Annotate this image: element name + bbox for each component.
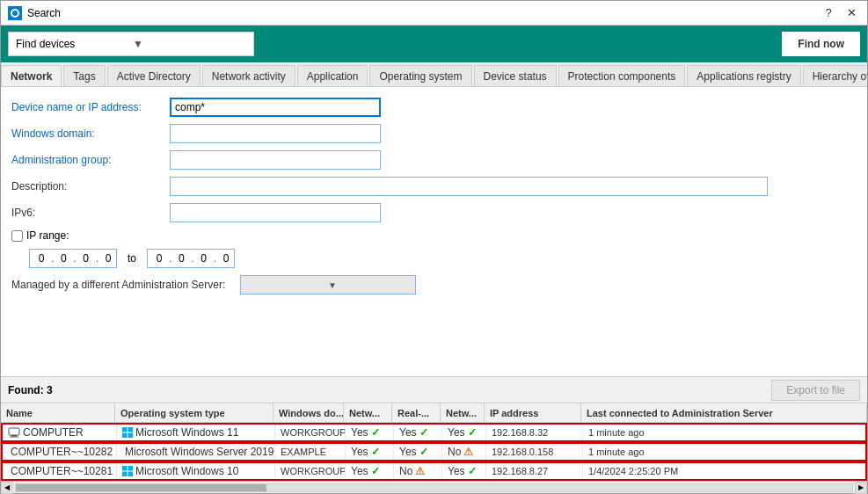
find-type-dropdown[interactable]: Find devices ▼ [8,32,254,56]
check-icon: ✓ [371,426,380,439]
admin-group-label: Administration group: [11,154,170,166]
tab-application[interactable]: Application [297,65,368,86]
title-bar: Search ? ✕ [1,1,867,25]
td-ip-2: 192.168.0.158 [486,445,583,459]
svg-rect-20 [128,466,134,471]
ip-to-separator: to [128,252,136,265]
table-row[interactable]: COMPUTER~~10281 Microsoft Windows 10 WOR… [1,461,867,481]
td-netw-3: Yes ✓ [346,463,394,479]
ipv6-input[interactable] [170,203,381,222]
warning-icon: ⚠ [463,446,473,458]
svg-rect-7 [122,433,128,439]
td-last-1: 1 minute ago [583,425,865,440]
td-domain-2: EXAMPLE [275,445,346,459]
td-last-2: 1 minute ago [583,445,865,459]
computer-icon [8,427,20,438]
tab-applications-registry[interactable]: Applications registry [687,65,800,86]
td-os-1: Microsoft Windows 11 [117,425,275,440]
ip-from-octet3[interactable] [78,252,94,265]
td-name-3: COMPUTER~~10281 [3,463,117,479]
tab-network-activity[interactable]: Network activity [202,65,295,86]
tab-operating-system[interactable]: Operating system [369,65,471,86]
horizontal-scrollbar: ◀ ▶ [1,481,867,493]
windows-domain-row: Windows domain: [11,124,857,143]
ip-to-octet3[interactable] [196,252,212,265]
td-ip-1: 192.168.8.32 [486,425,583,440]
td-netw2-1: Yes ✓ [442,425,486,440]
th-ip: IP address [485,403,581,422]
search-window: Search ? ✕ Find devices ▼ Find now Netwo… [0,0,868,494]
th-real: Real-... [392,403,441,422]
th-os: Operating system type [115,403,274,422]
svg-rect-2 [9,428,19,435]
scroll-thumb [16,484,266,491]
ip-from-octet4[interactable] [100,252,116,265]
td-os-3: Microsoft Windows 10 [117,463,275,479]
windows-icon [122,466,133,476]
ip-range-checkbox[interactable] [11,230,23,242]
scroll-track[interactable] [15,483,853,492]
td-netw-2: Yes ✓ [346,444,394,460]
network-form: Device name or IP address: Windows domai… [11,98,857,366]
ip-to-octet2[interactable] [173,252,189,265]
toolbar: Find devices ▼ Find now [1,25,867,62]
ip-to-octet4[interactable] [218,252,234,265]
check-icon: ✓ [468,465,477,477]
description-row: Description: [11,177,857,196]
tab-network[interactable]: Network [1,65,62,87]
description-input[interactable] [170,177,768,196]
td-real-1: Yes ✓ [394,425,442,440]
table-row[interactable]: COMPUTER Microsoft Windows 11 WORKGROUP … [1,423,867,442]
windows-domain-input[interactable] [170,124,381,143]
row1-name: COMPUTER [23,426,84,439]
tab-hierarchy[interactable]: Hierarchy of Administration Servers [803,65,867,86]
find-type-label: Find devices [16,38,129,50]
managed-select[interactable]: ▼ [240,275,416,294]
ip-from-octet1[interactable] [33,252,49,265]
ip-range-checkbox-row: IP range: [11,229,857,242]
help-button[interactable]: ? [820,5,837,21]
tab-device-status[interactable]: Device status [474,65,557,86]
device-name-label: Device name or IP address: [11,101,170,113]
svg-rect-5 [122,427,128,432]
device-name-input[interactable] [170,98,381,117]
tab-tags[interactable]: Tags [63,65,105,86]
td-real-2: Yes ✓ [394,444,442,460]
check-icon: ✓ [419,446,428,458]
row2-os: Microsoft Windows Server 2019 [125,446,274,458]
window-title: Search [27,7,814,19]
ip-to-box: . . . [147,249,235,268]
tabs-bar: Network Tags Active Directory Network ac… [1,62,867,87]
scroll-right-button[interactable]: ▶ [855,482,867,494]
close-button[interactable]: ✕ [842,5,860,21]
svg-rect-6 [128,427,134,432]
td-os-2: Microsoft Windows Server 2019 [117,444,275,460]
content-area: Device name or IP address: Windows domai… [1,87,867,376]
windows-domain-label: Windows domain: [11,127,170,140]
row3-os: Microsoft Windows 10 [135,465,238,477]
ipv6-row: IPv6: [11,203,857,222]
admin-group-input[interactable] [170,150,381,170]
windows-icon [122,427,133,438]
scroll-left-button[interactable]: ◀ [1,482,13,494]
ip-from-octet2[interactable] [55,252,71,265]
tab-protection-components[interactable]: Protection components [558,65,686,86]
td-domain-3: WORKGROUP [275,464,346,478]
ip-to-octet1[interactable] [151,252,167,265]
svg-rect-4 [10,437,18,438]
device-name-row: Device name or IP address: [11,98,857,117]
row3-name: COMPUTER~~10281 [11,465,113,477]
td-last-3: 1/4/2024 2:25:20 PM [583,464,865,478]
td-name-1: COMPUTER [3,425,117,440]
find-now-button[interactable]: Find now [782,32,860,56]
tab-active-directory[interactable]: Active Directory [107,65,201,86]
admin-group-row: Administration group: [11,150,857,170]
managed-dropdown-arrow-icon: ▼ [328,280,412,290]
row2-name: COMPUTER~~10282 [11,446,113,458]
th-last: Last connected to Administration Server [581,403,867,422]
td-name-2: COMPUTER~~10282 [3,444,117,460]
td-netw-1: Yes ✓ [346,425,394,440]
export-button[interactable]: Export to file [771,380,860,401]
table-row[interactable]: COMPUTER~~10282 Microsoft Windows Server… [1,442,867,461]
table-header: Name Operating system type Windows do...… [1,403,867,423]
